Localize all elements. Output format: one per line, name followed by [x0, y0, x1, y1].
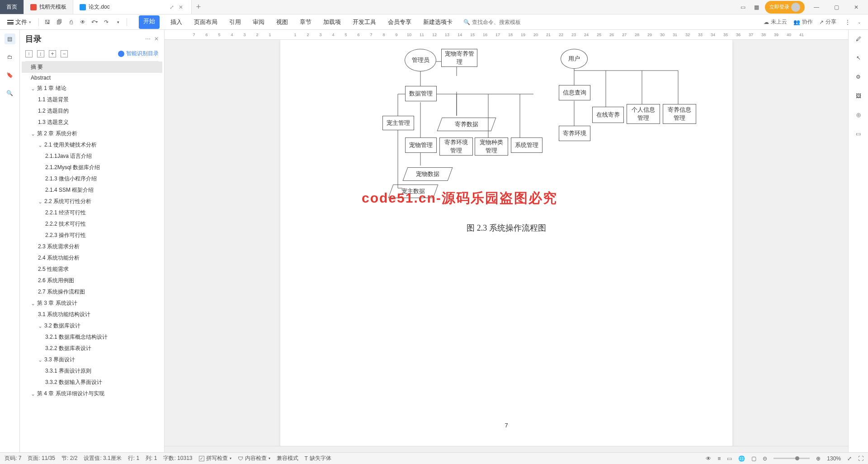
ribbon-tab-vip[interactable]: 会员专享 [387, 15, 412, 29]
ribbon-tab-layout[interactable]: 页面布局 [193, 15, 218, 29]
toc-collapse-icon[interactable]: − [61, 50, 68, 57]
canvas[interactable]: 管理员 宠物寄养管理 数据管理 宠主管理 寄养数据 宠物管理 寄养环境管理 宠物… [165, 40, 848, 446]
view-page-icon[interactable]: ▭ [727, 455, 732, 462]
undo-icon[interactable]: ↶▾ [90, 17, 99, 27]
collapse-ribbon-icon[interactable]: ⌄ [854, 17, 864, 27]
toc-item[interactable]: 2.1.3 微信小程序介绍 [22, 173, 162, 185]
status-content-check[interactable]: 🛡内容检查▾ [238, 455, 270, 462]
horizontal-scrollbar[interactable] [165, 446, 848, 452]
toc-list[interactable]: 摘 要Abstract⌄第 1 章 绪论1.1 选题背景1.2 选题目的1.3 … [20, 62, 164, 452]
toc-item[interactable]: 3.3.1 界面设计原则 [22, 365, 162, 377]
tab-home[interactable]: 首页 [0, 0, 24, 14]
toc-item[interactable]: 2.3 系统需求分析 [22, 241, 162, 252]
outline-icon[interactable]: ▤ [5, 33, 15, 44]
fullscreen-icon[interactable]: ⛶ [858, 455, 863, 462]
toc-item[interactable]: ⌄第 4 章 系统详细设计与实现 [22, 388, 162, 399]
close-icon[interactable]: ✕ [179, 4, 185, 10]
redo-icon[interactable]: ↷ [101, 17, 111, 27]
settings-icon[interactable]: ⚙ [853, 71, 864, 82]
ribbon-tab-review[interactable]: 审阅 [252, 15, 265, 29]
tab-templates[interactable]: 找稻壳模板 [24, 0, 73, 14]
cloud-status[interactable]: ☁未上云 [764, 18, 787, 26]
toc-item[interactable]: 1.3 选题意义 [22, 117, 162, 128]
toc-item[interactable]: 2.2.1 经济可行性 [22, 207, 162, 218]
status-set-value[interactable]: 设置值: 3.1厘米 [84, 455, 121, 462]
toc-item[interactable]: 2.7 系统操作流程图 [22, 286, 162, 298]
file-menu[interactable]: 文件▾ [4, 16, 35, 28]
zoom-out-icon[interactable]: ⊝ [763, 455, 767, 462]
toc-item[interactable]: Abstract [22, 73, 162, 83]
bookmark-icon[interactable]: 🔖 [5, 70, 15, 80]
toc-item[interactable]: 3.2.2 数据库表设计 [22, 343, 162, 354]
status-section[interactable]: 节: 2/2 [61, 455, 77, 462]
toc-item[interactable]: 1.1 选题背景 [22, 94, 162, 105]
search-input[interactable] [472, 19, 535, 25]
more-menu-icon[interactable]: ⋮ [843, 17, 853, 27]
save-as-icon[interactable]: 🗐 [54, 17, 64, 27]
toc-item[interactable]: 2.2.3 操作可行性 [22, 230, 162, 241]
find-icon[interactable]: 🔍 [5, 88, 15, 99]
status-page[interactable]: 页面: 11/35 [28, 455, 55, 462]
select-icon[interactable]: ↖ [853, 52, 864, 63]
status-missing-font[interactable]: T缺失字体 [305, 455, 331, 462]
search-box[interactable]: 🔍 [463, 19, 535, 25]
brush-icon[interactable]: 🖉 [853, 33, 864, 44]
status-row[interactable]: 行: 1 [128, 455, 139, 462]
ribbon-tab-insert[interactable]: 插入 [170, 15, 183, 29]
status-words[interactable]: 字数: 10313 [163, 455, 192, 462]
toc-item[interactable]: 3.1 系统功能结构设计 [22, 309, 162, 320]
toc-item[interactable]: ⌄第 1 章 绪论 [22, 83, 162, 94]
toc-item[interactable]: ⌄2.1 使用关键技术分析 [22, 139, 162, 151]
grid-icon[interactable]: ▦ [751, 2, 761, 12]
fit-width-icon[interactable]: ⤢ [847, 455, 852, 462]
status-page-code[interactable]: 页码: 7 [5, 455, 21, 462]
toc-item[interactable]: 2.2.2 技术可行性 [22, 218, 162, 230]
view-print-icon[interactable]: ▢ [751, 455, 756, 462]
add-tab-button[interactable]: + [192, 0, 206, 14]
preview-icon[interactable]: 👁 [78, 17, 88, 27]
toc-item[interactable]: 1.2 选题目的 [22, 105, 162, 117]
layout-icon[interactable]: ▭ [738, 2, 748, 12]
zoom-slider[interactable] [774, 458, 810, 459]
close-button[interactable]: ✕ [848, 0, 864, 14]
minimize-button[interactable]: — [808, 0, 825, 14]
tab-document[interactable]: 论文.doc ⤢ ✕ [73, 0, 192, 14]
toc-item[interactable]: 2.1.4 SSM 框架介绍 [22, 185, 162, 196]
toc-item[interactable]: ⌄3.3 界面设计 [22, 354, 162, 365]
toc-expand-all-icon[interactable]: ↨ [37, 50, 44, 57]
ribbon-tab-start[interactable]: 开始 [139, 15, 160, 29]
view-web-icon[interactable]: 🌐 [738, 455, 745, 462]
ribbon-tab-references[interactable]: 引用 [228, 15, 242, 29]
translate-icon[interactable]: 🖼 [853, 90, 864, 101]
ribbon-tab-view[interactable]: 视图 [275, 15, 289, 29]
toc-item[interactable]: 2.1.1Java 语言介绍 [22, 151, 162, 162]
toc-expand-icon[interactable]: + [49, 50, 56, 57]
zoom-in-icon[interactable]: ⊕ [816, 455, 821, 462]
toc-item[interactable]: ⌄第 3 章 系统设计 [22, 298, 162, 309]
toc-item[interactable]: ⌄第 2 章 系统分析 [22, 128, 162, 139]
toc-item[interactable]: ⌄2.2 系统可行性分析 [22, 196, 162, 207]
ruler[interactable]: 7654321123456789101112131415161718192021… [165, 30, 848, 40]
more-icon[interactable]: ▾ [113, 17, 123, 27]
toc-close-icon[interactable]: ✕ [154, 36, 159, 42]
save-icon[interactable]: 🖫 [42, 17, 52, 27]
status-compat[interactable]: 兼容模式 [277, 455, 298, 462]
zoom-value[interactable]: 130% [827, 455, 841, 462]
login-button[interactable]: 立即登录 [765, 1, 805, 14]
ribbon-tab-devtools[interactable]: 开发工具 [352, 15, 377, 29]
toc-item[interactable]: 2.1.2Mysql 数据库介绍 [22, 162, 162, 173]
toc-item[interactable]: ⌄3.2 数据库设计 [22, 320, 162, 331]
toc-settings-icon[interactable]: ⋯ [145, 36, 151, 42]
reading-icon[interactable]: ▭ [853, 128, 864, 139]
smart-toc-button[interactable]: 智能识别目录 [118, 50, 159, 57]
spread-icon[interactable]: ⤢ [170, 4, 176, 10]
view-outline-icon[interactable]: ≡ [717, 455, 721, 462]
target-icon[interactable]: ◎ [853, 109, 864, 120]
status-spell[interactable]: ✓拼写检查▾ [199, 455, 231, 462]
toc-item[interactable]: 3.3.2 数据输入界面设计 [22, 377, 162, 388]
collab-button[interactable]: 👥协作 [793, 18, 813, 26]
ribbon-tab-new[interactable]: 新建选项卡 [422, 15, 453, 29]
toc-item[interactable]: 2.5 性能需求 [22, 264, 162, 275]
toc-item[interactable]: 2.6 系统用例图 [22, 275, 162, 286]
view-eye-icon[interactable]: 👁 [706, 455, 711, 462]
